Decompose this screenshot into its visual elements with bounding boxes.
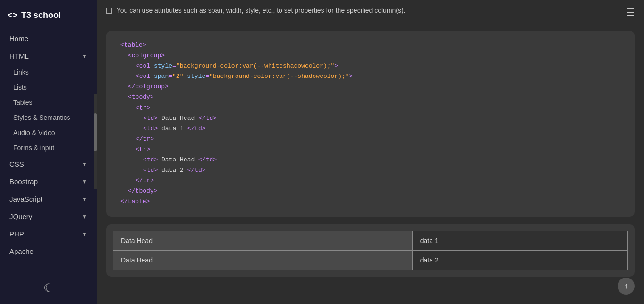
sidebar-item-styles-semantics[interactable]: Styles & Semantics xyxy=(0,110,97,125)
sidebar: <> T3 school Home HTML ▼ Links Lists Tab… xyxy=(0,0,97,304)
code-line-15: </tbody> xyxy=(120,186,620,196)
scroll-up-button[interactable]: ↑ xyxy=(618,278,635,295)
code-line-1: <table> xyxy=(120,40,620,51)
code-line-4: <col span="2" style="background-color:va… xyxy=(120,71,620,82)
theme-toggle-button[interactable]: ☾ xyxy=(43,281,54,295)
sidebar-logo[interactable]: <> T3 school xyxy=(0,5,97,30)
checkbox-icon xyxy=(106,8,112,14)
code-line-12: <td> Data Head </td> xyxy=(120,155,620,165)
sidebar-item-css[interactable]: CSS ▼ xyxy=(0,155,97,173)
code-line-7: <tr> xyxy=(120,103,620,113)
sidebar-item-lists[interactable]: Lists xyxy=(0,80,97,95)
top-bar: You can use attributes such as span, wid… xyxy=(97,0,644,23)
code-line-5: </colgroup> xyxy=(120,82,620,92)
sidebar-item-javascript[interactable]: JavaScript ▼ xyxy=(0,190,97,208)
chevron-down-icon-bootstrap: ▼ xyxy=(82,178,87,185)
code-line-13: <td> data 2 </td> xyxy=(120,165,620,176)
chevron-down-icon: ▼ xyxy=(82,53,87,59)
logo-icon: <> xyxy=(8,10,17,20)
sidebar-item-html[interactable]: HTML ▼ xyxy=(0,47,97,65)
table-row: Data Head data 2 xyxy=(113,250,628,270)
chevron-down-icon-php: ▼ xyxy=(82,231,87,237)
main-content: You can use attributes such as span, wid… xyxy=(97,0,644,304)
sidebar-navigation: Home HTML ▼ Links Lists Tables Styles & … xyxy=(0,30,97,304)
code-block: <table> <colgroup> <col style="backgroun… xyxy=(106,31,635,217)
chevron-down-icon-css: ▼ xyxy=(82,161,87,168)
code-line-14: </tr> xyxy=(120,176,620,186)
logo-text: T3 school xyxy=(21,10,61,20)
code-line-6: <tbody> xyxy=(120,92,620,102)
table-row: Data Head data 1 xyxy=(113,231,628,250)
sidebar-item-jquery[interactable]: JQuery ▼ xyxy=(0,208,97,225)
top-notice: You can use attributes such as span, wid… xyxy=(106,7,617,14)
table-cell-head-2: Data Head xyxy=(113,250,413,270)
table-cell-data-2: data 2 xyxy=(412,250,627,270)
code-line-3: <col style="background-color:var(--white… xyxy=(120,61,620,71)
sidebar-item-bootstrap[interactable]: Boostrap ▼ xyxy=(0,173,97,190)
sidebar-item-php[interactable]: PHP ▼ xyxy=(0,225,97,243)
code-line-10: </tr> xyxy=(120,134,620,144)
sidebar-item-home[interactable]: Home xyxy=(0,30,97,47)
result-table-container: Data Head data 1 Data Head data 2 xyxy=(106,224,635,277)
chevron-down-icon-javascript: ▼ xyxy=(82,196,87,203)
sidebar-item-forms-input[interactable]: Forms & input xyxy=(0,140,97,155)
sidebar-item-links[interactable]: Links xyxy=(0,65,97,80)
sidebar-item-apache[interactable]: Apache xyxy=(0,243,97,260)
scroll-up-icon: ↑ xyxy=(624,282,628,290)
result-table: Data Head data 1 Data Head data 2 xyxy=(113,231,628,270)
menu-icon[interactable]: ☰ xyxy=(626,7,635,18)
code-line-8: <td> Data Head </td> xyxy=(120,113,620,124)
code-line-2: <colgroup> xyxy=(120,51,620,61)
sidebar-item-audio-video[interactable]: Audio & Video xyxy=(0,125,97,140)
table-cell-head-1: Data Head xyxy=(113,231,413,250)
code-line-9: <td> data 1 </td> xyxy=(120,124,620,134)
code-line-11: <tr> xyxy=(120,144,620,155)
chevron-down-icon-jquery: ▼ xyxy=(82,213,87,220)
sidebar-item-tables[interactable]: Tables xyxy=(0,95,97,110)
table-cell-data-1: data 1 xyxy=(412,231,627,250)
code-line-16: </table> xyxy=(120,196,620,207)
